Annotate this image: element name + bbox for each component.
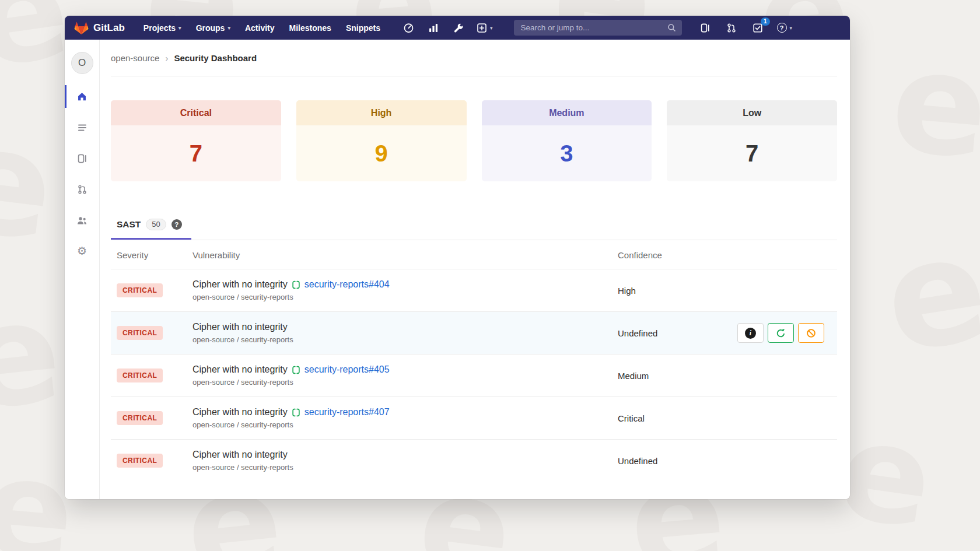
- main-content: open-source › Security Dashboard Critica…: [100, 40, 850, 499]
- issue-open-icon: [292, 280, 300, 289]
- search-input[interactable]: [520, 23, 663, 33]
- admin-area-button[interactable]: [452, 21, 466, 35]
- chevron-down-icon: ▾: [490, 25, 493, 31]
- page-title: Security Dashboard: [174, 53, 257, 63]
- vulnerability-table: Severity Vulnerability Confidence CRITIC…: [111, 240, 837, 482]
- table-row[interactable]: CRITICAL Cipher with no integrity securi…: [111, 269, 837, 311]
- project-avatar[interactable]: O: [71, 52, 93, 74]
- breadcrumb-separator-icon: ›: [165, 53, 168, 63]
- issues-button[interactable]: [698, 21, 712, 35]
- main-menu: Projects ▾ Groups ▾ Activity Milestones …: [144, 23, 380, 33]
- project-sidebar: O: [65, 40, 100, 499]
- table-row[interactable]: CRITICAL Cipher with no integrity open-s…: [111, 311, 837, 354]
- chevron-down-icon: ▾: [178, 25, 181, 31]
- menu-activity[interactable]: Activity: [245, 23, 275, 33]
- report-tabs: SAST 50 ?: [111, 213, 837, 240]
- dismiss-vulnerability-button[interactable]: [798, 323, 824, 343]
- plus-square-icon: [477, 23, 487, 33]
- vulnerability-title: Cipher with no integrity: [192, 364, 288, 375]
- chevron-down-icon: ▾: [790, 25, 793, 31]
- sidebar-item-settings[interactable]: ⚙: [65, 236, 99, 266]
- merge-request-icon: [726, 23, 737, 33]
- column-vulnerability: Vulnerability: [192, 250, 612, 260]
- vulnerability-project: open-source / security-reports: [192, 420, 612, 429]
- issue-link[interactable]: security-reports#404: [304, 279, 390, 290]
- table-row[interactable]: CRITICAL Cipher with no integrity securi…: [111, 354, 837, 396]
- severity-badge: CRITICAL: [117, 454, 163, 468]
- summary-card-high: High 9: [296, 100, 467, 181]
- question-mark-icon: ?: [777, 23, 787, 33]
- severity-badge: CRITICAL: [117, 326, 163, 340]
- tab-label: SAST: [117, 219, 141, 230]
- sidebar-item-activity[interactable]: [65, 112, 99, 143]
- create-issue-icon: [776, 328, 786, 338]
- gauge-icon: [403, 22, 414, 33]
- severity-badge: CRITICAL: [117, 368, 163, 382]
- top-navbar: GitLab Projects ▾ Groups ▾ Activity Mile…: [65, 16, 850, 40]
- issue-link[interactable]: security-reports#405: [304, 364, 390, 375]
- row-action-buttons: i: [737, 323, 824, 343]
- app-window: GitLab Projects ▾ Groups ▾ Activity Mile…: [65, 16, 850, 499]
- navbar-icon-group: ▾: [401, 21, 493, 35]
- create-issue-button[interactable]: [768, 323, 794, 343]
- sidebar-item-members[interactable]: [65, 205, 99, 236]
- menu-groups[interactable]: Groups ▾: [196, 23, 230, 33]
- gitlab-tanuki-icon: [74, 21, 89, 35]
- card-label: High: [296, 100, 467, 125]
- info-icon: i: [745, 328, 756, 339]
- global-search: [514, 20, 682, 36]
- bar-chart-icon: [428, 23, 439, 33]
- vulnerability-project: open-source / security-reports: [192, 293, 612, 301]
- dismiss-icon: [806, 328, 816, 338]
- tab-sast[interactable]: SAST 50 ?: [111, 213, 191, 240]
- column-confidence: Confidence: [618, 250, 837, 260]
- todos-button[interactable]: 1: [751, 21, 765, 35]
- help-icon[interactable]: ?: [172, 219, 182, 230]
- members-icon: [76, 215, 88, 226]
- analytics-button[interactable]: [426, 21, 440, 35]
- vulnerability-title: Cipher with no integrity: [192, 450, 288, 460]
- issue-open-icon: [292, 408, 300, 417]
- issue-open-icon: [292, 366, 300, 374]
- vulnerability-project: open-source / security-reports: [192, 463, 612, 472]
- chevron-down-icon: ▾: [228, 25, 230, 31]
- sidebar-item-overview[interactable]: [65, 81, 99, 112]
- brand-name: GitLab: [93, 22, 125, 34]
- card-label: Critical: [111, 100, 281, 125]
- table-row[interactable]: CRITICAL Cipher with no integrity open-s…: [111, 439, 837, 482]
- summary-card-critical: Critical 7: [111, 100, 281, 181]
- more-info-button[interactable]: i: [737, 323, 764, 343]
- help-menu-button[interactable]: ? ▾: [777, 23, 793, 33]
- breadcrumb-group[interactable]: open-source: [111, 53, 159, 63]
- operations-dashboard-button[interactable]: [401, 21, 415, 35]
- confidence-value: High: [618, 286, 837, 296]
- merge-requests-button[interactable]: [724, 21, 738, 35]
- search-icon: [667, 23, 676, 32]
- sidebar-item-merge-requests[interactable]: [65, 174, 99, 205]
- summary-card-low: Low 7: [667, 100, 837, 181]
- list-icon: [77, 122, 88, 133]
- table-row[interactable]: CRITICAL Cipher with no integrity securi…: [111, 396, 837, 439]
- issue-link[interactable]: security-reports#407: [304, 407, 390, 417]
- menu-projects[interactable]: Projects ▾: [144, 23, 181, 33]
- card-label: Low: [667, 100, 837, 125]
- confidence-value: Undefined: [618, 456, 837, 466]
- card-count: 7: [111, 125, 281, 181]
- breadcrumb: open-source › Security Dashboard: [111, 40, 837, 76]
- navbar-user-icons: 1 ? ▾: [698, 21, 793, 35]
- menu-snippets[interactable]: Snippets: [346, 23, 380, 33]
- vulnerability-project: open-source / security-reports: [192, 378, 612, 387]
- issues-icon: [77, 153, 88, 164]
- todo-count-badge: 1: [761, 17, 770, 26]
- severity-badge: CRITICAL: [117, 411, 163, 425]
- home-icon: [76, 91, 88, 102]
- wrench-icon: [453, 23, 464, 33]
- card-count: 9: [296, 125, 467, 181]
- sidebar-item-issues[interactable]: [65, 143, 99, 174]
- vulnerability-title: Cipher with no integrity: [192, 322, 288, 332]
- menu-milestones[interactable]: Milestones: [289, 23, 331, 33]
- new-menu-button[interactable]: ▾: [477, 23, 493, 33]
- card-count: 3: [482, 125, 652, 181]
- card-count: 7: [667, 125, 837, 181]
- gitlab-logo[interactable]: GitLab: [74, 21, 125, 35]
